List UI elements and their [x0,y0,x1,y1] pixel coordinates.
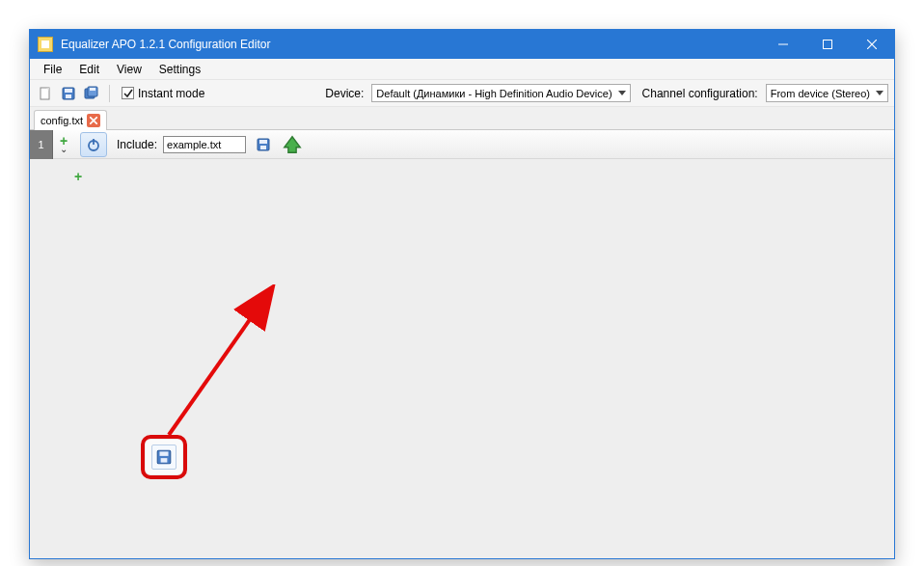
window-title: Equalizer APO 1.2.1 Configuration Editor [61,38,761,51]
svg-rect-22 [161,458,168,463]
close-button[interactable] [850,30,894,59]
svg-rect-7 [65,89,72,93]
channel-config-value: From device (Stereo) [771,88,870,99]
minimize-button[interactable] [761,30,805,59]
channel-config-dropdown[interactable]: From device (Stereo) [766,84,888,102]
instant-mode-checkbox[interactable]: Instant mode [122,87,204,100]
app-icon [38,37,53,52]
annotation-highlight-box [141,435,187,479]
svg-rect-8 [66,94,71,98]
app-window: Equalizer APO 1.2.1 Configuration Editor… [29,29,895,559]
new-file-button[interactable] [36,84,55,103]
channel-config-label: Channel configuration: [642,87,758,100]
menu-file[interactable]: File [36,61,69,78]
svg-rect-4 [41,88,49,99]
svg-line-24 [169,292,269,435]
include-label: Include: [117,138,157,151]
expand-toggle[interactable]: ⌄ [60,146,68,153]
tab-close-button[interactable] [87,114,100,127]
open-include-file-button[interactable] [252,134,275,155]
move-up-button[interactable] [281,134,304,155]
filter-row: 1 + ⌄ Include: [30,130,894,159]
device-value: Default (Динамики - High Definition Audi… [376,88,611,99]
chevron-down-icon [876,91,883,95]
annotation-arrow [155,284,310,458]
svg-rect-11 [90,88,95,91]
maximize-button[interactable] [805,30,850,59]
chevron-down-icon [618,91,626,95]
editor-content: 1 + ⌄ Include: + [30,130,894,558]
save-button[interactable] [59,84,78,103]
row-gutter-controls: + ⌄ [53,136,74,153]
svg-rect-17 [259,140,267,144]
menu-bar: File Edit View Settings [30,59,894,80]
window-controls [761,30,894,59]
menu-view[interactable]: View [109,61,149,78]
title-bar: Equalizer APO 1.2.1 Configuration Editor [30,30,894,59]
instant-mode-label: Instant mode [138,87,204,100]
add-filter-end-button[interactable]: + [74,169,82,184]
device-label: Device: [325,87,364,100]
save-all-button[interactable] [82,84,101,103]
svg-rect-21 [160,451,169,456]
tab-strip: config.txt [30,107,894,130]
tab-label: config.txt [41,115,83,126]
toolbar: Instant mode Device: Default (Динамики -… [30,80,894,107]
toolbar-separator [109,85,110,102]
tab-config[interactable]: config.txt [34,110,107,130]
checkbox-icon [122,87,134,99]
svg-rect-18 [260,146,266,149]
include-file-input[interactable] [163,136,246,153]
row-index: 1 [30,130,53,159]
annotation-save-icon [151,445,177,470]
menu-settings[interactable]: Settings [151,61,208,78]
power-toggle-button[interactable] [80,132,107,157]
device-dropdown[interactable]: Default (Динамики - High Definition Audi… [371,84,630,102]
menu-edit[interactable]: Edit [71,61,107,78]
svg-marker-19 [285,136,301,152]
svg-rect-1 [824,40,832,49]
